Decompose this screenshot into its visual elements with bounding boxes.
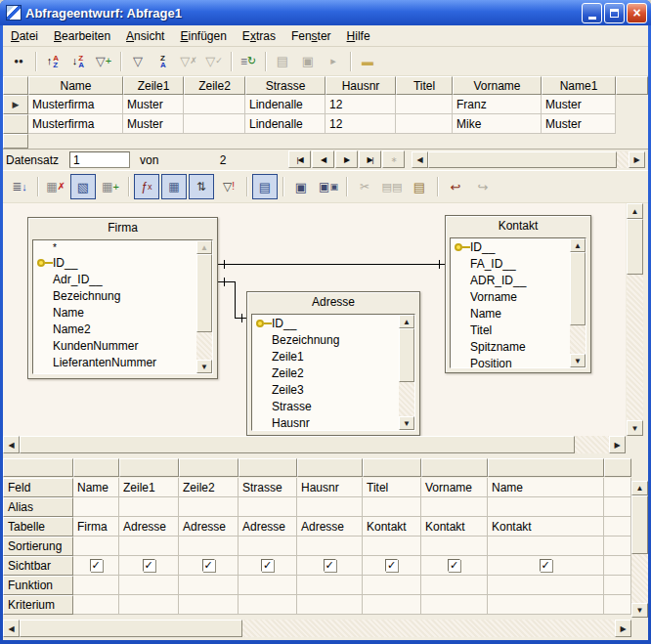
result-cell[interactable]: Muster <box>542 114 616 134</box>
field-id[interactable]: ID__ <box>252 315 414 331</box>
qg-cell-sortierung[interactable] <box>488 537 604 556</box>
qg-column-header[interactable] <box>488 458 604 477</box>
filter-remove-button[interactable]: ▽✗ <box>177 50 200 73</box>
field-zeile1[interactable]: Zeile1 <box>252 348 414 365</box>
scroll-button[interactable]: ▼ <box>570 354 586 367</box>
refresh-data-button[interactable]: ≡↻ <box>237 50 260 73</box>
result-hscrollbar[interactable]: ◀▶ <box>412 151 645 168</box>
scroll-button[interactable]: ▼ <box>399 416 414 430</box>
column-header-titel[interactable]: Titel <box>396 76 453 95</box>
filter-apply-button[interactable]: ▽✓ <box>202 50 226 73</box>
sichtbar-checkbox[interactable]: ✓ <box>261 559 274 572</box>
result-cell[interactable]: Lindenalle <box>245 114 326 134</box>
qg-cell-alias[interactable] <box>179 497 239 517</box>
menu-item-hilfe[interactable]: Hilfe <box>339 26 378 46</box>
scroll-thumb[interactable] <box>428 151 617 168</box>
close-button[interactable]: × <box>627 3 647 23</box>
scroll-thumb[interactable] <box>196 254 212 332</box>
query-grid-hscrollbar[interactable]: ◀▶ <box>3 620 631 637</box>
field-zeile2[interactable]: Zeile2 <box>252 365 414 381</box>
qg-cell-sortierung[interactable] <box>363 537 421 556</box>
column-header-hausnr[interactable]: Hausnr <box>326 76 396 95</box>
qg-cell-tabelle[interactable]: Kontakt <box>488 517 604 537</box>
scroll-button[interactable]: ▲ <box>631 481 648 495</box>
add-table-button[interactable]: ▦+ <box>98 174 123 199</box>
qg-cell-feld[interactable]: Hausnr <box>297 478 363 497</box>
qg-cell-kriterium[interactable] <box>488 595 604 615</box>
cut-button[interactable]: ✂ <box>352 174 377 199</box>
result-cell[interactable] <box>184 114 245 134</box>
field-adrid[interactable]: ADR_ID__ <box>451 272 586 288</box>
minimize-button[interactable] <box>582 3 602 23</box>
field-name[interactable]: Name <box>33 304 212 321</box>
scroll-button[interactable]: ◀ <box>412 151 428 168</box>
qg-column-header[interactable] <box>179 458 239 477</box>
qg-cell-kriterium[interactable] <box>119 595 179 615</box>
table-title-firma[interactable]: Firma <box>28 218 217 237</box>
result-cell[interactable]: Muster <box>123 114 184 134</box>
row-selector[interactable]: ▶ <box>3 95 28 114</box>
qg-header-corner[interactable] <box>3 458 73 477</box>
table-title-adresse[interactable]: Adresse <box>247 292 419 312</box>
result-cell[interactable]: Muster <box>542 95 616 114</box>
field-bezeichnung[interactable]: Bezeichnung <box>33 287 212 304</box>
sichtbar-checkbox[interactable]: ✓ <box>385 559 398 572</box>
sort-ascending-button[interactable]: ↑AZ <box>41 50 65 73</box>
column-header-zeile1[interactable]: Zeile1 <box>123 76 184 95</box>
menu-item-datei[interactable]: Datei <box>3 26 46 46</box>
design-hscrollbar[interactable]: ◀▶ <box>3 436 626 453</box>
field-zeile3[interactable]: Zeile3 <box>252 381 414 398</box>
filter-add-button[interactable]: ▽+ <box>92 50 115 73</box>
qg-column-header[interactable] <box>421 458 488 477</box>
qg-cell-sortierung[interactable] <box>421 537 488 556</box>
edit-record-button[interactable]: ▤ <box>252 174 278 199</box>
qg-cell-sortierung[interactable] <box>239 537 297 556</box>
save-button[interactable]: ▣ <box>288 174 314 199</box>
row-selector[interactable] <box>3 114 28 134</box>
qg-cell-tabelle[interactable]: Kontakt <box>421 517 488 537</box>
sichtbar-checkbox[interactable]: ✓ <box>202 559 215 572</box>
qg-cell-feld[interactable]: Titel <box>363 478 421 497</box>
qg-cell-sichtbar[interactable]: ✓ <box>119 556 179 576</box>
field-bezeichnung[interactable]: Bezeichnung <box>252 331 414 348</box>
scroll-thumb[interactable] <box>627 219 643 275</box>
join-line-firma-adresse[interactable] <box>235 318 246 319</box>
field-vorname[interactable]: Vorname <box>451 288 586 305</box>
field-lieferantennummer[interactable]: LieferantenNummer <box>33 354 212 370</box>
qg-cell-tabelle[interactable]: Adresse <box>239 517 297 537</box>
qg-cell-feld[interactable]: Strasse <box>239 478 297 497</box>
scroll-thumb[interactable] <box>20 620 242 637</box>
qg-cell-alias[interactable] <box>239 497 297 517</box>
qg-cell-funktion[interactable] <box>363 576 421 595</box>
show-functions-button[interactable]: ƒx <box>134 174 159 199</box>
scroll-button[interactable]: ◀ <box>3 436 20 453</box>
qg-cell-alias[interactable] <box>363 497 421 517</box>
qg-cell-alias[interactable] <box>119 497 179 517</box>
column-header-zeile2[interactable]: Zeile2 <box>184 76 245 95</box>
first-record-button[interactable]: |◀ <box>288 150 311 168</box>
result-cell[interactable] <box>184 95 245 114</box>
menu-item-bearbeiten[interactable]: Bearbeiten <box>46 26 118 46</box>
qg-cell-tabelle[interactable]: Adresse <box>179 517 239 537</box>
qg-cell-tabelle[interactable]: Kontakt <box>363 517 421 537</box>
field-faid[interactable]: FA_ID__ <box>451 255 586 272</box>
sichtbar-checkbox[interactable]: ✓ <box>540 559 552 572</box>
qg-column-header[interactable] <box>119 458 179 477</box>
result-cell[interactable]: 12 <box>326 95 396 114</box>
field-id[interactable]: ID__ <box>451 238 586 255</box>
design-vscrollbar[interactable]: ▲▼ <box>627 203 643 436</box>
scroll-thumb[interactable] <box>570 252 586 325</box>
qg-cell-funktion[interactable] <box>119 576 179 595</box>
row-selector[interactable] <box>3 134 28 149</box>
menu-item-fenster[interactable]: Fenster <box>283 26 339 46</box>
field-name2[interactable]: Name2 <box>33 321 212 337</box>
scroll-button[interactable]: ▲ <box>399 315 414 328</box>
qg-cell-alias[interactable] <box>73 497 119 517</box>
qg-cell-alias[interactable] <box>297 497 363 517</box>
qg-cell-sichtbar[interactable]: ✓ <box>297 556 363 576</box>
qg-cell-feld[interactable]: Name <box>73 478 119 497</box>
query-grid-vscrollbar[interactable]: ▲▼ <box>631 481 648 618</box>
find-button[interactable]: ●● <box>7 50 30 73</box>
result-cell[interactable] <box>396 95 453 114</box>
datasource-button[interactable]: ≣↓ <box>7 174 32 199</box>
